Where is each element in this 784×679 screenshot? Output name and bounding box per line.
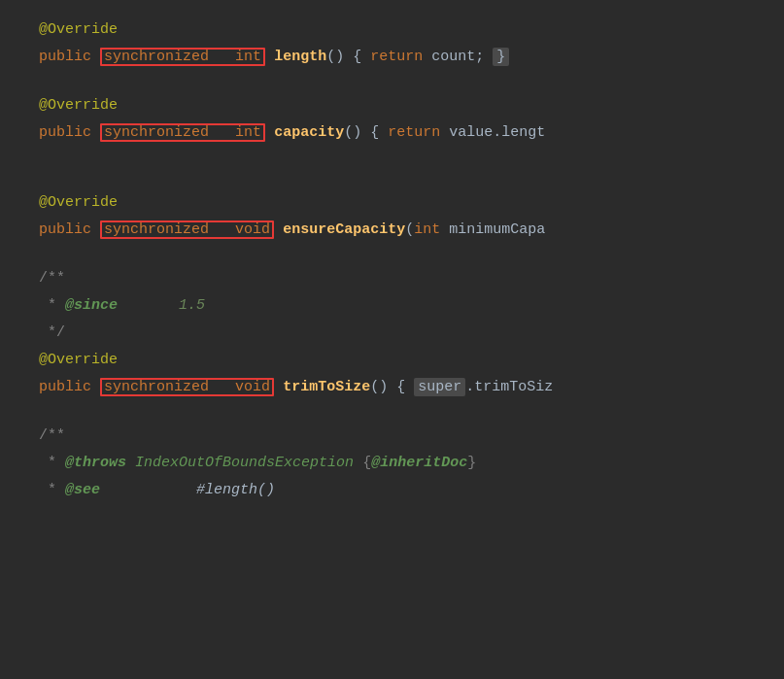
keyword-public-2: public [39, 124, 91, 141]
param-int-1: int [414, 221, 440, 238]
code-line-since: * @since 1.5 [0, 291, 784, 319]
annotation-override-3: @Override [39, 194, 118, 211]
annotation-override-1: @Override [39, 21, 118, 38]
return-kw-2: return [388, 124, 440, 141]
highlight-synchronized-void-1: synchronized void [100, 221, 274, 239]
return-kw-1: return [370, 49, 423, 65]
code-line-4: @Override [0, 91, 784, 119]
param-minimum: minimumCapa [449, 221, 545, 238]
highlight-synchronized-int-2: synchronized int [100, 123, 265, 142]
code-line-comment-1: /** [0, 264, 784, 291]
keyword-int-2: int [235, 124, 261, 141]
method-capacity: capacity [274, 124, 344, 141]
comment-tag-since: @since [65, 297, 118, 314]
highlight-synchronized-int-1: synchronized int [100, 48, 265, 66]
comment-tag-throws: @throws [65, 455, 126, 471]
code-line-9: public synchronized void ensureCapacity … [0, 216, 784, 243]
keyword-void-1: void [235, 221, 270, 238]
paren-2: () { [344, 124, 379, 141]
code-editor: @Override public synchronized int length… [0, 0, 784, 679]
code-line-2: public synchronized int length () { retu… [0, 43, 784, 70]
keyword-synchronized-4: synchronized [104, 379, 209, 395]
closing-brace-1: } [493, 48, 509, 66]
comment-inherit-brace-open: { [362, 455, 371, 471]
comment-tag-inherit: @inheritDoc [371, 455, 467, 471]
empty-line-2 [0, 146, 784, 167]
code-line-1: @Override [0, 16, 784, 43]
method-length: length [274, 49, 326, 65]
comment-throws-class: IndexOutOfBoundsException [135, 455, 354, 471]
annotation-override-2: @Override [39, 97, 118, 114]
empty-line-5 [0, 400, 784, 422]
code-line-14: @Override [0, 346, 784, 373]
keyword-public-3: public [39, 221, 91, 238]
comment-see-ref: #length() [196, 482, 275, 498]
empty-line-1 [0, 70, 784, 91]
empty-line-3 [0, 167, 784, 188]
annotation-override-4: @Override [39, 352, 118, 368]
empty-line-4 [0, 243, 784, 264]
code-line-comment-2: /** [0, 422, 784, 449]
comment-open-2: /** [39, 427, 65, 444]
keyword-synchronized-1: synchronized [104, 49, 209, 65]
keyword-void-2: void [235, 379, 270, 395]
keyword-public-4: public [39, 379, 91, 395]
comment-version-value: 1.5 [179, 297, 205, 314]
comment-inherit-brace-close: } [467, 455, 476, 471]
return-val-1: count; [431, 49, 484, 65]
paren-3: ( [405, 221, 414, 238]
code-line-comment-end-1: */ [0, 319, 784, 346]
keyword-synchronized-3: synchronized [104, 221, 209, 238]
comment-close-1: */ [39, 324, 65, 341]
code-line-see: * @see #length() [0, 476, 784, 503]
return-val-2: value.lengt [449, 124, 545, 141]
keyword-synchronized-2: synchronized [104, 124, 209, 141]
paren-4: () { [370, 379, 405, 395]
code-line-15: public synchronized void trimToSize () {… [0, 373, 784, 400]
comment-open-1: /** [39, 270, 65, 287]
keyword-int-1: int [235, 49, 261, 65]
code-line-5: public synchronized int capacity () { re… [0, 119, 784, 146]
highlight-synchronized-void-2: synchronized void [100, 378, 274, 396]
keyword-public-1: public [39, 49, 91, 65]
code-line-8: @Override [0, 188, 784, 216]
comment-star-1: * [39, 297, 56, 314]
paren-1: () { [326, 49, 361, 65]
comment-tag-see: @see [65, 482, 100, 498]
method-trim-to-size: trimToSize [283, 379, 370, 395]
code-line-throws: * @throws IndexOutOfBoundsException { @i… [0, 449, 784, 476]
super-bg: super [414, 378, 465, 396]
comment-star-2: * [39, 455, 56, 471]
method-ensure-capacity: ensureCapacity [283, 221, 405, 238]
comment-star-3: * [39, 482, 56, 498]
super-call: .trimToSiz [465, 379, 553, 395]
